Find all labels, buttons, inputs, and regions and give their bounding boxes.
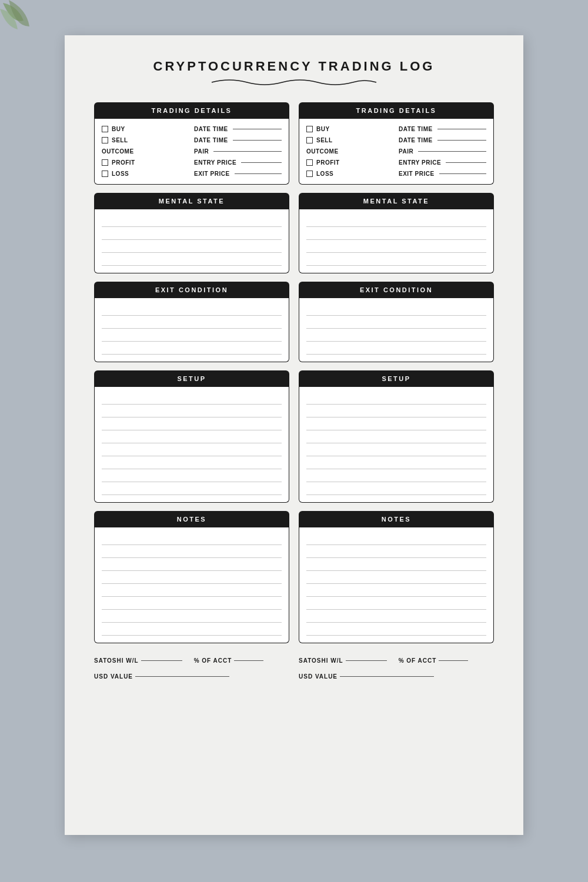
setup-body-right [299,387,494,503]
pct-label-left: % OF ACCT [194,657,232,664]
exit-condition-body-right [299,298,494,362]
outcome-row-left: OUTCOME [102,147,189,156]
line-1 [306,304,486,316]
mental-state-row: MENTAL STATE MENTAL STATE [94,193,494,273]
datetime2-line-right [437,140,486,141]
datetime1-row-left: DATE TIME [194,125,282,133]
pct-line-left [234,660,263,661]
exit-condition-header-right: EXIT CONDITION [299,282,494,298]
sell-row-right: SELL [306,136,394,145]
exit-condition-right: EXIT CONDITION [299,282,494,362]
trading-details-header-right: TRADING DETAILS [299,102,494,119]
satoshi-label-right: SATOSHI W/L [299,657,343,664]
line-3 [306,330,486,342]
setup-header-left: SETUP [94,370,289,387]
line-1 [102,304,282,316]
exit-label-left: EXIT PRICE [194,171,230,177]
entry-label-right: ENTRY PRICE [399,159,441,166]
buy-row-left: BUY [102,125,189,133]
datetime2-label-right: DATE TIME [399,137,433,143]
line-2 [102,228,282,240]
title-decoration [94,76,494,91]
notes-left: NOTES [94,511,289,643]
loss-label-left: LOSS [112,171,129,177]
entry-line-right [446,162,486,163]
trading-details-left: TRADING DETAILS BUY SELL OUTCOME [94,102,289,185]
line-4 [306,343,486,355]
sell-label-left: SELL [112,137,128,143]
line-4 [102,343,282,355]
leaf-decoration [0,0,47,47]
buy-row-right: BUY [306,125,394,133]
buy-checkbox-right[interactable] [306,126,313,132]
line-3 [306,241,486,253]
datetime2-row-left: DATE TIME [194,136,282,145]
sell-row-left: SELL [102,136,189,145]
mental-state-right: MENTAL STATE [299,193,494,273]
trading-details-right: TRADING DETAILS BUY SELL OUTCOME [299,102,494,185]
profit-row-left: PROFIT [102,158,189,167]
exit-row-right: EXIT PRICE [399,169,486,178]
datetime1-line-right [437,129,486,129]
mental-state-body-right [299,209,494,273]
profit-label-right: PROFIT [316,159,340,166]
line-3 [102,330,282,342]
pct-line-right [439,660,468,661]
datetime1-line-left [233,129,282,129]
profit-checkbox-right[interactable] [306,159,313,166]
setup-right: SETUP [299,370,494,503]
notes-row: NOTES NOTES [94,511,494,643]
profit-row-right: PROFIT [306,158,394,167]
page: CRYPTOCURRENCY TRADING LOG TRADING DETAI… [65,35,523,835]
setup-body-left [94,387,289,503]
setup-header-right: SETUP [299,370,494,387]
buy-checkbox-left[interactable] [102,126,108,132]
mental-state-body-left [94,209,289,273]
line-2 [102,317,282,329]
datetime1-label-left: DATE TIME [194,126,228,132]
usd-line-right [340,676,434,677]
trading-details-row: TRADING DETAILS BUY SELL OUTCOME [94,102,494,185]
line-2 [306,228,486,240]
pct-item-right: % OF ACCT [399,657,469,664]
exit-condition-row: EXIT CONDITION EXIT CONDITION [94,282,494,362]
line-4 [306,254,486,266]
profit-label-left: PROFIT [112,159,135,166]
sell-label-right: SELL [316,137,333,143]
line-1 [306,215,486,227]
notes-right: NOTES [299,511,494,643]
satoshi-row-right: SATOSHI W/L % OF ACCT [299,657,494,664]
setup-left: SETUP [94,370,289,503]
datetime1-row-right: DATE TIME [399,125,486,133]
datetime2-label-left: DATE TIME [194,137,228,143]
trading-details-body-left: BUY SELL OUTCOME PROFIT [94,119,289,185]
pct-item-left: % OF ACCT [194,657,264,664]
entry-label-left: ENTRY PRICE [194,159,236,166]
sell-checkbox-right[interactable] [306,137,313,143]
exit-condition-header-left: EXIT CONDITION [94,282,289,298]
usd-row-right: USD VALUE [299,673,494,680]
buy-label-left: BUY [112,126,125,132]
sell-checkbox-left[interactable] [102,137,108,143]
usd-label-left: USD VALUE [94,673,133,680]
usd-line-left [135,676,229,677]
loss-row-left: LOSS [102,169,189,178]
outcome-label-left: OUTCOME [102,148,134,155]
profit-checkbox-left[interactable] [102,159,108,166]
mental-state-header-left: MENTAL STATE [94,193,289,209]
usd-row-left: USD VALUE [94,673,289,680]
pair-row-left: PAIR [194,147,282,156]
loss-checkbox-left[interactable] [102,171,108,177]
notes-header-left: NOTES [94,511,289,527]
satoshi-row-left: SATOSHI W/L % OF ACCT [94,657,289,664]
satoshi-line-right [346,660,387,661]
line-2 [306,317,486,329]
satoshi-item-right: SATOSHI W/L [299,657,387,664]
trading-details-header-left: TRADING DETAILS [94,102,289,119]
exit-condition-body-left [94,298,289,362]
entry-row-right: ENTRY PRICE [399,158,486,167]
usd-item-left: USD VALUE [94,673,229,680]
notes-body-left [94,527,289,643]
loss-checkbox-right[interactable] [306,171,313,177]
outcome-label-right: OUTCOME [306,148,339,155]
